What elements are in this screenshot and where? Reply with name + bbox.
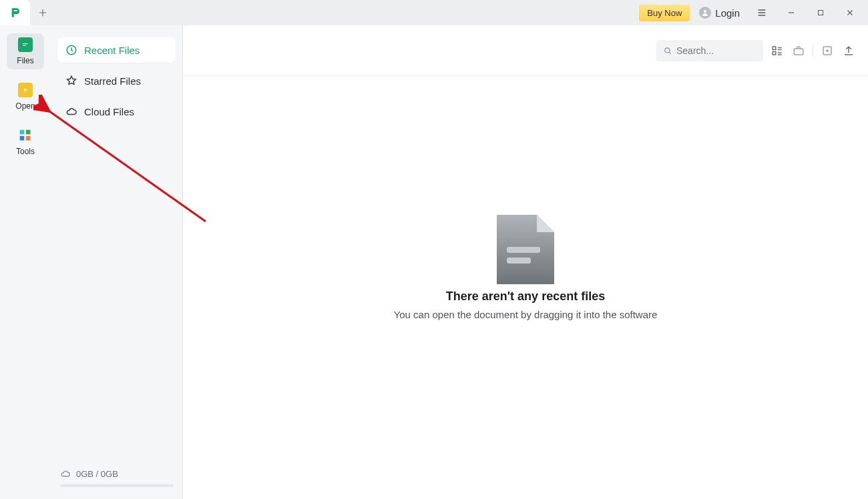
close-window-button[interactable] bbox=[837, 3, 863, 23]
grid-list-icon bbox=[771, 45, 783, 57]
app-logo-icon bbox=[9, 7, 21, 19]
empty-document-icon bbox=[497, 215, 554, 284]
upload-icon bbox=[843, 45, 855, 57]
plus-icon bbox=[38, 8, 47, 17]
main-pane: There aren't any recent files You can op… bbox=[183, 25, 868, 499]
rail-item-open[interactable]: Open bbox=[7, 79, 44, 115]
new-tab-button[interactable] bbox=[30, 0, 55, 25]
svg-point-10 bbox=[665, 47, 670, 52]
search-input[interactable] bbox=[676, 45, 750, 56]
rail-label: Files bbox=[17, 56, 33, 65]
tools-grid-icon bbox=[18, 128, 33, 143]
sidebar-item-cloud-files[interactable]: Cloud Files bbox=[57, 99, 176, 124]
svg-rect-16 bbox=[507, 258, 531, 264]
hamburger-menu-button[interactable] bbox=[749, 3, 775, 23]
toolbar-separator bbox=[813, 45, 813, 57]
login-button[interactable]: Login bbox=[694, 4, 745, 21]
svg-rect-0 bbox=[13, 10, 17, 11]
maximize-window-button[interactable] bbox=[808, 3, 833, 23]
sidebar-item-label: Cloud Files bbox=[84, 106, 134, 117]
storage-text: 0GB / 0GB bbox=[76, 469, 118, 479]
rail-item-files[interactable]: Files bbox=[7, 33, 44, 69]
title-bar: Buy Now Login bbox=[0, 0, 868, 25]
svg-rect-7 bbox=[20, 136, 25, 141]
svg-rect-15 bbox=[507, 247, 540, 253]
rail-label: Open bbox=[15, 101, 35, 111]
minimize-icon bbox=[787, 8, 796, 17]
cloud-icon bbox=[65, 105, 77, 117]
storage-indicator: 0GB / 0GB bbox=[57, 468, 176, 482]
user-avatar-icon bbox=[699, 7, 711, 19]
files-icon bbox=[18, 37, 33, 52]
sidebar-item-label: Starred Files bbox=[84, 75, 141, 87]
left-rail: Files Open Tools bbox=[0, 25, 51, 499]
search-icon bbox=[663, 46, 672, 55]
briefcase-icon bbox=[793, 45, 805, 57]
svg-point-1 bbox=[704, 10, 706, 13]
buy-now-button[interactable]: Buy Now bbox=[639, 5, 690, 21]
active-tab[interactable] bbox=[0, 0, 30, 25]
sidebar: Recent Files Starred Files Cloud Files 0… bbox=[51, 25, 183, 499]
rail-label: Tools bbox=[16, 147, 35, 156]
star-icon bbox=[65, 75, 77, 87]
storage-bar bbox=[60, 484, 174, 487]
close-icon bbox=[845, 8, 855, 17]
empty-subtitle: You can open the document by dragging it… bbox=[394, 309, 658, 320]
sidebar-item-label: Recent Files bbox=[84, 45, 140, 56]
open-folder-icon bbox=[18, 83, 33, 97]
sidebar-item-recent-files[interactable]: Recent Files bbox=[57, 37, 176, 63]
file-plus-icon bbox=[821, 45, 833, 57]
hamburger-icon bbox=[756, 7, 767, 18]
svg-rect-8 bbox=[26, 136, 31, 141]
login-label: Login bbox=[715, 7, 740, 19]
svg-rect-2 bbox=[819, 11, 823, 15]
svg-rect-3 bbox=[23, 43, 28, 44]
svg-rect-6 bbox=[26, 130, 31, 135]
empty-state: There aren't any recent files You can op… bbox=[183, 56, 868, 479]
svg-rect-4 bbox=[23, 45, 26, 46]
maximize-icon bbox=[817, 9, 825, 17]
minimize-window-button[interactable] bbox=[779, 3, 804, 23]
svg-rect-12 bbox=[773, 51, 776, 55]
svg-rect-5 bbox=[20, 130, 25, 135]
clock-icon bbox=[65, 44, 77, 56]
svg-rect-13 bbox=[794, 49, 803, 55]
empty-title: There aren't any recent files bbox=[446, 290, 605, 304]
sidebar-item-starred-files[interactable]: Starred Files bbox=[57, 68, 176, 93]
rail-item-tools[interactable]: Tools bbox=[7, 124, 44, 160]
svg-rect-11 bbox=[773, 47, 776, 50]
cloud-icon bbox=[60, 468, 71, 479]
